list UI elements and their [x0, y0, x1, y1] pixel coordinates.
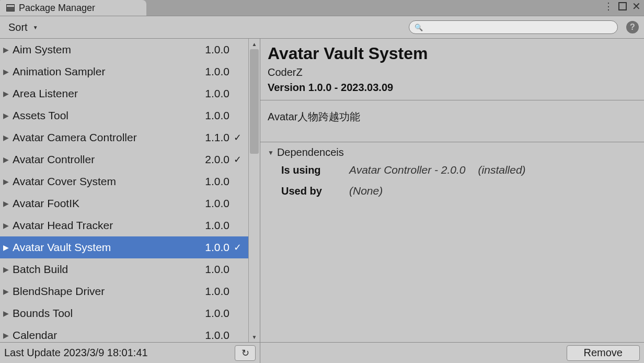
list-footer: Last Update 2023/3/9 18:01:41 ↻: [0, 342, 260, 363]
is-using-label: Is using: [281, 164, 349, 176]
package-row[interactable]: ▶Aim System1.0.0: [0, 39, 248, 61]
package-version: 1.0.0: [193, 241, 229, 254]
package-version: 1.0.0: [193, 175, 229, 188]
close-icon[interactable]: ✕: [632, 1, 641, 12]
detail-author: CoderZ: [268, 66, 637, 78]
package-list: ▶Aim System1.0.0▶Animation Sampler1.0.0▶…: [0, 39, 260, 342]
package-version: 1.0.0: [193, 197, 229, 210]
package-row[interactable]: ▶Avatar Controller2.0.0✓: [0, 149, 248, 171]
scroll-track[interactable]: [249, 49, 260, 332]
dependencies-section: ▼ Dependenceis Is using Avatar Controlle…: [260, 142, 644, 210]
package-row[interactable]: ▶Batch Build1.0.0: [0, 258, 248, 280]
expand-arrow-icon: ▶: [3, 177, 13, 186]
refresh-icon: ↻: [242, 347, 249, 359]
package-row[interactable]: ▶BlendShape Driver1.0.0: [0, 280, 248, 302]
package-row[interactable]: ▶Assets Tool1.0.0: [0, 105, 248, 127]
expand-arrow-icon: ▶: [3, 243, 13, 252]
installed-check-icon: ✓: [229, 242, 245, 253]
scroll-down-icon[interactable]: ▼: [249, 332, 260, 342]
package-row[interactable]: ▶Area Listener1.0.0: [0, 83, 248, 105]
expand-arrow-icon: ▶: [3, 46, 13, 54]
package-version: 1.1.0: [193, 131, 229, 144]
package-version: 1.0.0: [193, 219, 229, 232]
scroll-thumb[interactable]: [250, 49, 259, 154]
package-version: 1.0.0: [193, 263, 229, 276]
package-name: Avatar Camera Controller: [13, 131, 193, 144]
package-row[interactable]: ▶Avatar Camera Controller1.1.0✓: [0, 127, 248, 149]
expand-arrow-icon: ▶: [3, 309, 13, 317]
expand-arrow-icon: ▶: [3, 287, 13, 296]
package-name: Avatar Controller: [13, 153, 193, 166]
detail-title: Avatar Vault System: [268, 44, 637, 63]
sort-dropdown[interactable]: Sort ▼: [5, 20, 41, 35]
package-name: Bounds Tool: [13, 307, 193, 320]
detail-description: Avatar人物跨越功能: [260, 100, 644, 142]
titlebar-controls: ⋮ ✕: [604, 1, 641, 12]
package-list-panel: ▶Aim System1.0.0▶Animation Sampler1.0.0▶…: [0, 39, 260, 363]
package-name: Calendar: [13, 329, 193, 342]
installed-check-icon: ✓: [229, 132, 245, 143]
installed-check-icon: ✓: [229, 154, 245, 165]
chevron-down-icon: ▼: [268, 149, 274, 156]
more-options-icon[interactable]: ⋮: [604, 2, 613, 11]
search-input[interactable]: [426, 23, 612, 31]
package-version: 1.0.0: [193, 285, 229, 298]
dependencies-title: Dependenceis: [277, 146, 344, 158]
used-by-label: Used by: [281, 185, 349, 197]
detail-footer: Remove: [260, 342, 644, 363]
expand-arrow-icon: ▶: [3, 265, 13, 274]
chevron-down-icon: ▼: [33, 25, 38, 30]
package-row[interactable]: ▶Animation Sampler1.0.0: [0, 61, 248, 83]
refresh-button[interactable]: ↻: [235, 345, 256, 361]
package-name: Assets Tool: [13, 109, 193, 122]
package-version: 1.0.0: [193, 329, 229, 342]
dependencies-header[interactable]: ▼ Dependenceis: [268, 146, 637, 158]
package-version: 1.0.0: [193, 307, 229, 320]
package-name: Avatar FootIK: [13, 197, 193, 210]
package-manager-window: Package Manager ⋮ ✕ Sort ▼ 🔍 ? ▶Aim Syst…: [0, 0, 644, 363]
expand-arrow-icon: ▶: [3, 155, 13, 164]
tab-title: Package Manager: [19, 3, 95, 14]
package-name: BlendShape Driver: [13, 285, 193, 298]
expand-arrow-icon: ▶: [3, 89, 13, 98]
expand-arrow-icon: ▶: [3, 221, 13, 230]
detail-header: Avatar Vault System CoderZ Version 1.0.0…: [260, 39, 644, 100]
search-icon: 🔍: [415, 24, 423, 31]
package-row[interactable]: ▶Avatar Head Tracker1.0.0: [0, 214, 248, 236]
package-name: Avatar Cover System: [13, 175, 193, 188]
package-version: 1.0.0: [193, 87, 229, 100]
is-using-value: Avatar Controller - 2.0.0: [349, 164, 466, 176]
package-row[interactable]: ▶Avatar FootIK1.0.0: [0, 192, 248, 214]
is-using-row: Is using Avatar Controller - 2.0.0 (inst…: [268, 164, 637, 176]
toolbar: Sort ▼ 🔍 ?: [0, 16, 644, 39]
package-name: Animation Sampler: [13, 65, 193, 78]
detail-panel: Avatar Vault System CoderZ Version 1.0.0…: [260, 39, 644, 363]
detail-version: Version 1.0.0 - 2023.03.09: [268, 82, 637, 94]
package-row[interactable]: ▶Bounds Tool1.0.0: [0, 302, 248, 324]
sort-label: Sort: [8, 21, 28, 33]
scroll-up-icon[interactable]: ▲: [249, 39, 260, 49]
expand-arrow-icon: ▶: [3, 133, 13, 142]
package-name: Area Listener: [13, 87, 193, 100]
package-row[interactable]: ▶Avatar Cover System1.0.0: [0, 171, 248, 192]
package-name: Avatar Head Tracker: [13, 219, 193, 232]
expand-arrow-icon: ▶: [3, 67, 13, 76]
package-name: Batch Build: [13, 263, 193, 276]
package-version: 1.0.0: [193, 109, 229, 122]
vertical-scrollbar[interactable]: ▲ ▼: [248, 39, 260, 342]
package-row[interactable]: ▶Calendar1.0.0: [0, 324, 248, 342]
detail-body: Avatar Vault System CoderZ Version 1.0.0…: [260, 39, 644, 342]
package-version: 1.0.0: [193, 65, 229, 78]
package-row[interactable]: ▶Avatar Vault System1.0.0✓: [0, 236, 248, 258]
window-tab[interactable]: Package Manager: [0, 0, 146, 16]
used-by-value: (None): [349, 185, 383, 197]
help-icon[interactable]: ?: [626, 21, 639, 33]
expand-arrow-icon: ▶: [3, 331, 13, 339]
last-update-text: Last Update 2023/3/9 18:01:41: [4, 347, 148, 359]
remove-button[interactable]: Remove: [567, 345, 640, 361]
package-name: Avatar Vault System: [13, 241, 193, 254]
maximize-icon[interactable]: [618, 2, 627, 10]
expand-arrow-icon: ▶: [3, 199, 13, 208]
search-box[interactable]: 🔍: [409, 20, 618, 34]
package-version: 2.0.0: [193, 153, 229, 166]
